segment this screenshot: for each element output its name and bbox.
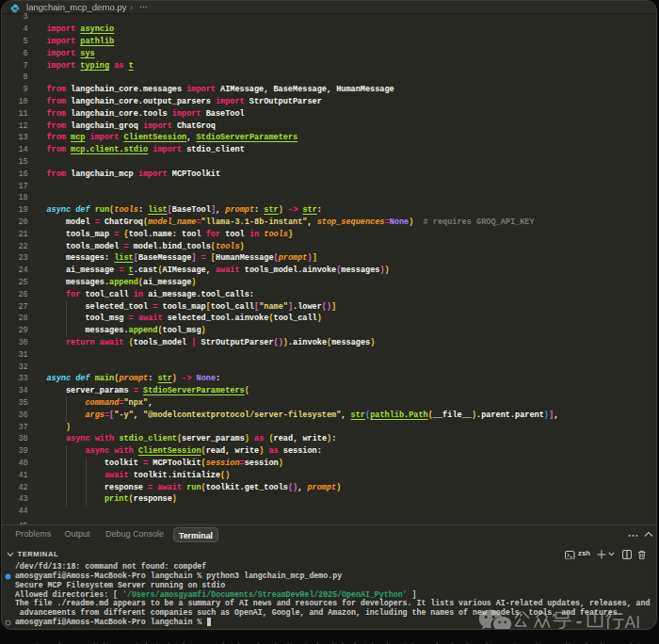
svg-text:AI: AI xyxy=(625,613,641,631)
